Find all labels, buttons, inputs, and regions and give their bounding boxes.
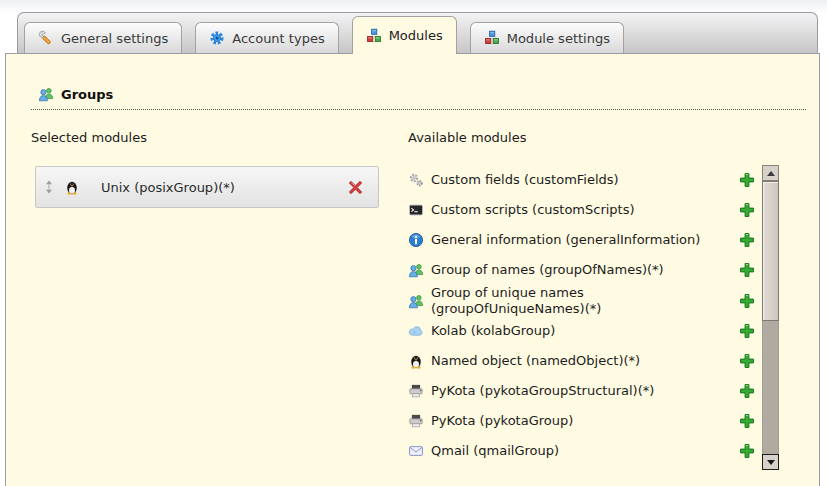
add-module-button[interactable] [739,323,755,339]
available-module-label: Kolab (kolabGroup) [431,323,739,339]
add-module-button[interactable] [739,443,755,459]
add-module-button[interactable] [739,262,755,278]
selected-modules-heading: Selected modules [31,130,147,145]
available-module-label: Custom scripts (customScripts) [431,202,739,218]
section-title: Groups [61,87,113,102]
available-module-row: Custom scripts (customScripts) [408,195,755,225]
available-module-label: General information (generalInformation) [431,232,739,248]
add-module-button[interactable] [739,383,755,399]
available-module-label: PyKota (pykotaGroup) [431,413,739,429]
kolab-icon [408,323,424,339]
printer-icon [408,383,424,399]
gear-icon [209,30,225,46]
tab-label: Account types [232,31,324,46]
tab-label: General settings [61,31,168,46]
selected-module-row[interactable]: Unix (posixGroup)(*) [35,166,379,208]
wrench-icon [38,30,54,46]
mail-icon [408,443,424,459]
scrollbar-thumb[interactable] [762,181,779,321]
gears-icon [408,172,424,188]
tab-account-types[interactable]: Account types [195,22,338,53]
remove-module-button[interactable] [348,180,363,195]
add-module-button[interactable] [739,413,755,429]
add-module-button[interactable] [739,293,755,309]
add-module-button[interactable] [739,232,755,248]
available-module-label: Qmail (qmailGroup) [431,443,739,459]
cubes-icon [366,28,382,44]
available-module-label: Named object (namedObject)(*) [431,353,739,369]
groups-icon [408,293,424,309]
tux-icon [64,179,80,195]
terminal-icon [408,202,424,218]
available-modules-heading: Available modules [408,130,526,145]
scrollbar-track[interactable] [762,321,779,454]
available-module-row: Named object (namedObject)(*) [408,346,755,376]
available-module-row: Group of unique names (groupOfUniqueName… [408,285,755,316]
available-module-row: PyKota (pykotaGroupStructural)(*) [408,376,755,406]
selected-module-label: Unix (posixGroup)(*) [101,180,235,195]
printer-icon [408,413,424,429]
add-module-button[interactable] [739,202,755,218]
available-module-label: PyKota (pykotaGroupStructural)(*) [431,383,739,399]
available-module-row: Custom fields (customFields) [408,165,755,195]
available-modules-list: Custom fields (customFields) Custom scri… [408,165,755,466]
available-module-row: Qmail (qmailGroup) [408,436,755,466]
scroll-down-icon[interactable] [762,454,779,470]
available-module-label: Custom fields (customFields) [431,172,739,188]
available-module-row: Group of names (groupOfNames)(*) [408,255,755,285]
groups-icon [38,86,54,102]
scroll-up-icon[interactable] [762,165,779,181]
available-module-label: Group of names (groupOfNames)(*) [431,262,739,278]
info-icon [408,232,424,248]
tab-modules[interactable]: Modules [352,16,457,54]
available-module-row: General information (generalInformation) [408,225,755,255]
tab-label: Modules [389,28,443,43]
available-modules-scrollbar [762,165,779,470]
section-header-groups: Groups [31,86,806,110]
available-module-label: Group of unique names (groupOfUniqueName… [431,285,739,316]
tab-bar: General settings Account types Modul [17,12,818,53]
drag-handle-icon[interactable] [43,180,55,194]
available-module-row: PyKota (pykotaGroup) [408,406,755,436]
available-module-row: Kolab (kolabGroup) [408,316,755,346]
add-module-button[interactable] [739,353,755,369]
tab-general-settings[interactable]: General settings [24,22,182,53]
lam-configuration-page: General settings Account types Modul [0,0,827,486]
cubes-icon [484,30,500,46]
groups-icon [408,262,424,278]
add-module-button[interactable] [739,172,755,188]
tab-label: Module settings [507,31,610,46]
tab-module-settings[interactable]: Module settings [470,22,624,53]
tux-icon [408,353,424,369]
